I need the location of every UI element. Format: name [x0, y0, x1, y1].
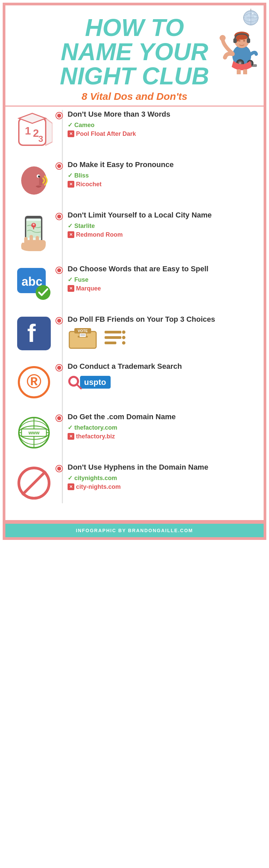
phone-map-icon — [12, 211, 56, 254]
bad-example-4: ✕ Marquee — [67, 284, 257, 292]
timeline: 1 2 3 Don't Use More than 3 Words Cameo … — [12, 110, 257, 503]
face-icon — [12, 160, 56, 201]
svg-point-41 — [33, 223, 35, 225]
item-title-2: Do Make it Easy to Pronounce — [67, 160, 257, 169]
good-example-2: Bliss — [67, 172, 257, 179]
svg-rect-18 — [247, 38, 250, 43]
item-title-1: Don't Use More than 3 Words — [67, 110, 257, 119]
item-content-3: Don't Limit Yourself to a Local City Nam… — [63, 211, 257, 239]
svg-rect-56 — [104, 336, 121, 339]
item-dot-2 — [56, 160, 63, 169]
svg-rect-6 — [248, 14, 249, 16]
vote-area: VOTE — [67, 327, 257, 350]
item-content-8: Don't Use Hyphens in the Domain Name cit… — [63, 463, 257, 492]
item-trademark: ® Do Conduct a Trademark Search — [12, 362, 257, 402]
item-content-7: Do Get the .com Domain Name thefactory.c… — [63, 412, 257, 441]
list-icon — [103, 328, 126, 348]
uspto-logo: uspto — [80, 376, 111, 389]
bad-example-7: ✕ thefactory.biz — [67, 432, 257, 440]
svg-point-35 — [21, 166, 47, 195]
bad-example-3: ✕ Redmond Room — [67, 230, 257, 238]
x-icon-1: ✕ — [67, 130, 74, 137]
bad-text-4: Marquee — [76, 285, 101, 292]
item-dot-3 — [56, 211, 63, 219]
abc-icon: abc — [12, 265, 56, 305]
item-content-6: Do Conduct a Trademark Search uspto — [63, 362, 257, 389]
svg-point-45 — [36, 285, 51, 300]
item-dot-7 — [56, 412, 63, 421]
item-title-4: Do Choose Words that are Easy to Spell — [67, 265, 257, 273]
x-icon-3: ✕ — [67, 231, 74, 238]
svg-point-37 — [38, 176, 40, 178]
dj-figure-icon — [216, 27, 260, 74]
header-icons — [216, 9, 260, 74]
item-content-5: Do Poll FB Friends on Your Top 3 Choices… — [63, 315, 257, 350]
item-dot-8 — [56, 463, 63, 472]
svg-rect-8 — [245, 17, 246, 18]
x-icon-4: ✕ — [67, 285, 74, 292]
facebook-icon: f — [12, 315, 56, 352]
svg-rect-17 — [233, 38, 237, 43]
bad-text-3: Redmond Room — [76, 231, 123, 238]
header: HOW TO NAME YOUR NIGHT CLUB 8 Vital Dos … — [3, 3, 266, 105]
header-subtitle: 8 Vital Dos and Don'ts — [12, 91, 257, 102]
item-dot-1 — [56, 110, 63, 119]
bad-example-8: ✕ city-nights.com — [67, 483, 257, 491]
svg-line-65 — [77, 385, 81, 389]
bad-example-1: ✕ Pool Float After Dark — [67, 130, 257, 137]
item-title-3: Don't Limit Yourself to a Local City Nam… — [67, 211, 257, 219]
svg-point-60 — [122, 341, 125, 345]
bad-example-2: ✕ Ricochet — [67, 180, 257, 188]
main-container: HOW TO NAME YOUR NIGHT CLUB 8 Vital Dos … — [0, 3, 269, 540]
item-local-name: Don't Limit Yourself to a Local City Nam… — [12, 211, 257, 254]
good-example-4: Fuse — [67, 276, 257, 283]
item-title-7: Do Get the .com Domain Name — [67, 412, 257, 421]
svg-text:3: 3 — [38, 134, 43, 144]
no-hyphens-icon — [12, 463, 56, 503]
item-domain: www Do Get the .com Domain Name thefacto… — [12, 412, 257, 453]
bad-text-7: thefactory.biz — [76, 433, 115, 440]
item-content-1: Don't Use More than 3 Words Cameo ✕ Pool… — [63, 110, 257, 138]
svg-point-19 — [238, 40, 240, 42]
search-icon-uspto — [67, 375, 82, 389]
svg-rect-30 — [243, 69, 247, 74]
svg-point-20 — [243, 40, 245, 42]
bad-text-1: Pool Float After Dark — [76, 130, 136, 137]
svg-point-59 — [122, 336, 125, 339]
svg-text:f: f — [27, 319, 36, 347]
item-three-words: 1 2 3 Don't Use More than 3 Words Cameo … — [12, 110, 257, 150]
vote-box-icon: VOTE — [67, 327, 98, 350]
content-area: 1 2 3 Don't Use More than 3 Words Cameo … — [3, 105, 266, 523]
svg-point-64 — [70, 378, 77, 384]
svg-rect-57 — [104, 342, 116, 344]
svg-text:www: www — [28, 430, 40, 435]
item-title-8: Don't Use Hyphens in the Domain Name — [67, 463, 257, 472]
www-icon: www — [12, 412, 56, 453]
footer: INFOGRAPHIC BY BRANDONGAILLE.COM — [3, 523, 266, 540]
svg-rect-29 — [237, 69, 241, 74]
good-example-7: thefactory.com — [67, 424, 257, 431]
x-icon-2: ✕ — [67, 181, 74, 188]
good-example-1: Cameo — [67, 121, 257, 129]
svg-point-25 — [239, 62, 241, 64]
svg-rect-10 — [249, 20, 250, 21]
svg-rect-55 — [104, 331, 121, 334]
trademark-icon: ® — [12, 362, 56, 402]
disco-ball-icon — [242, 9, 260, 27]
bad-text-2: Ricochet — [76, 181, 101, 188]
good-example-3: Starlite — [67, 222, 257, 229]
svg-point-58 — [122, 331, 125, 334]
item-dot-5 — [56, 315, 63, 324]
svg-text:1: 1 — [25, 125, 31, 137]
x-icon-7: ✕ — [67, 433, 74, 440]
svg-text:®: ® — [27, 370, 41, 393]
svg-text:VOTE: VOTE — [78, 329, 88, 333]
uspto-area: uspto — [67, 373, 257, 389]
item-content-2: Do Make it Easy to Pronounce Bliss ✕ Ric… — [63, 160, 257, 189]
svg-rect-9 — [254, 16, 256, 18]
item-title-6: Do Conduct a Trademark Search — [67, 362, 257, 371]
item-title-5: Do Poll FB Friends on Your Top 3 Choices — [67, 315, 257, 324]
item-content-4: Do Choose Words that are Easy to Spell F… — [63, 265, 257, 293]
svg-point-21 — [219, 35, 226, 41]
item-hyphens: Don't Use Hyphens in the Domain Name cit… — [12, 463, 257, 503]
